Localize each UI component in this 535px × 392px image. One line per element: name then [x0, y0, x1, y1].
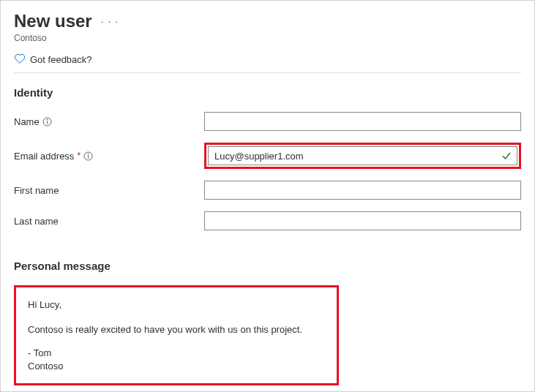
- feedback-label: Got feedback?: [30, 54, 92, 65]
- email-highlight-box: [204, 143, 521, 169]
- name-row: Name: [14, 112, 521, 131]
- info-icon[interactable]: [42, 117, 52, 127]
- checkmark-icon: [501, 151, 512, 161]
- page-header: New user · · · Contoso: [14, 11, 521, 43]
- identity-heading: Identity: [14, 86, 521, 99]
- personal-message-box[interactable]: Hi Lucy, Contoso is really excited to ha…: [14, 285, 339, 385]
- first-name-label: First name: [14, 185, 59, 196]
- svg-point-5: [88, 154, 89, 154]
- personal-message-section: Personal message Hi Lucy, Contoso is rea…: [14, 260, 521, 385]
- message-signature-org: Contoso: [28, 361, 63, 372]
- email-label: Email address: [14, 151, 74, 162]
- message-body: Contoso is really excited to have you wo…: [28, 323, 325, 337]
- last-name-row: Last name: [14, 211, 521, 230]
- page-subtitle: Contoso: [14, 33, 521, 43]
- first-name-input[interactable]: [204, 181, 521, 200]
- first-name-row: First name: [14, 181, 521, 200]
- name-label: Name: [14, 116, 40, 127]
- heart-icon: [14, 53, 26, 65]
- feedback-link[interactable]: Got feedback?: [14, 53, 521, 73]
- info-icon[interactable]: [83, 151, 93, 161]
- name-input[interactable]: [204, 112, 521, 131]
- message-signature-name: - Tom: [28, 347, 51, 358]
- page-title: New user: [14, 11, 92, 31]
- message-greeting: Hi Lucy,: [28, 298, 325, 312]
- required-indicator: *: [77, 151, 81, 161]
- email-input[interactable]: [208, 146, 517, 165]
- last-name-label: Last name: [14, 216, 59, 227]
- last-name-input[interactable]: [204, 211, 521, 230]
- svg-point-2: [47, 119, 48, 120]
- email-row: Email address *: [14, 143, 521, 169]
- more-icon[interactable]: · · ·: [101, 15, 119, 27]
- personal-message-heading: Personal message: [14, 260, 521, 272]
